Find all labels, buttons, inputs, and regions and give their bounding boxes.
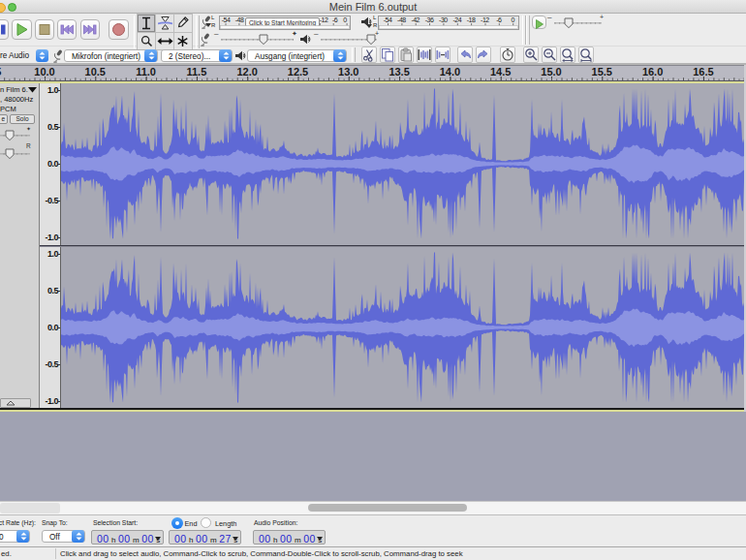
svg-text:16.5: 16.5 xyxy=(693,66,713,78)
svg-text:11.5: 11.5 xyxy=(186,66,206,78)
svg-text:13.0: 13.0 xyxy=(338,66,358,78)
svg-text:14.0: 14.0 xyxy=(440,66,460,78)
svg-text:15.5: 15.5 xyxy=(592,66,612,78)
svg-text:10.5: 10.5 xyxy=(85,66,106,78)
svg-text:10.0: 10.0 xyxy=(34,66,54,78)
svg-text:12.5: 12.5 xyxy=(288,66,308,78)
svg-text:12.0: 12.0 xyxy=(236,66,257,78)
svg-text:13.5: 13.5 xyxy=(389,66,409,78)
svg-text:9.5: 9.5 xyxy=(0,66,1,78)
svg-text:16.0: 16.0 xyxy=(642,66,663,78)
svg-text:14.5: 14.5 xyxy=(490,66,511,78)
svg-text:15.0: 15.0 xyxy=(541,66,561,78)
svg-text:11.0: 11.0 xyxy=(136,66,156,78)
